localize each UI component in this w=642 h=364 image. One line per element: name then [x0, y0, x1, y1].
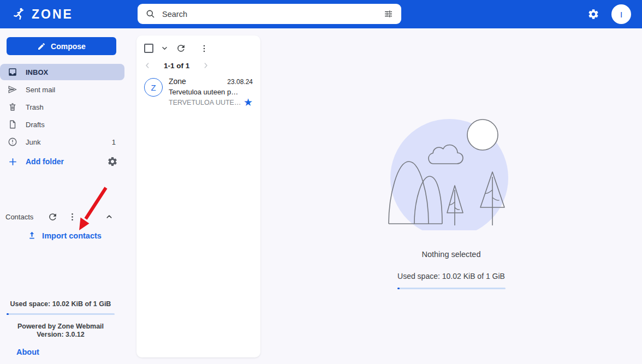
- select-all-checkbox[interactable]: [144, 44, 153, 53]
- document-icon: [8, 120, 17, 129]
- mail-list-panel: 1-1 of 1 Z Zone 23.08.24 Tervetuloa uute…: [136, 35, 260, 357]
- top-app-bar: ZONE Search I: [0, 0, 642, 28]
- contacts-header: Contacts: [0, 211, 129, 223]
- plus-icon[interactable]: [8, 157, 18, 167]
- storage-progress-bar: [397, 288, 506, 289]
- nothing-selected-label: Nothing selected: [421, 250, 480, 259]
- email-date: 23.08.24: [227, 78, 253, 86]
- folder-settings-gear-icon[interactable]: [107, 156, 118, 167]
- folder-list: INBOX Sent mail Trash: [0, 64, 129, 150]
- email-subject: Tervetuloa uuteen p…: [169, 88, 253, 96]
- folder-label: Sent mail: [26, 86, 55, 94]
- sidebar: Compose INBOX Sent mail: [0, 28, 129, 364]
- next-page-chevron-icon[interactable]: [201, 61, 210, 70]
- mail-list-toolbar: [136, 35, 260, 54]
- sender-avatar: Z: [144, 78, 163, 97]
- settings-gear-icon[interactable]: [587, 8, 599, 20]
- compose-button[interactable]: Compose: [7, 37, 116, 55]
- about-link[interactable]: About: [0, 348, 121, 356]
- tune-filter-icon[interactable]: [383, 9, 394, 19]
- email-preview: TERVETULOA UUTE…: [169, 99, 243, 106]
- email-sender: Zone: [169, 77, 227, 86]
- logo-wordmark: ZONE: [32, 7, 73, 22]
- chevron-down-icon[interactable]: [160, 44, 169, 53]
- used-space-label: Used space: 10.02 KiB of 1 GiB: [397, 272, 505, 281]
- storage-progress-fill: [7, 313, 9, 315]
- used-space-label: Used space: 10.02 KiB of 1 GiB: [0, 300, 121, 308]
- refresh-icon[interactable]: [47, 212, 58, 222]
- upload-icon: [27, 231, 37, 240]
- pagination: 1-1 of 1: [136, 54, 260, 70]
- import-contacts-label: Import contacts: [42, 231, 102, 240]
- folder-label: Drafts: [26, 121, 45, 129]
- add-folder-button[interactable]: Add folder: [26, 157, 64, 166]
- sidebar-footer: Used space: 10.02 KiB of 1 GiB Powered b…: [0, 300, 121, 356]
- prev-page-chevron-icon[interactable]: [143, 61, 152, 70]
- powered-by-label: Powered by Zone Webmail: [0, 323, 121, 331]
- user-avatar[interactable]: I: [611, 4, 631, 24]
- empty-state-illustration: [381, 109, 522, 230]
- sidebar-item-sent[interactable]: Sent mail: [0, 81, 129, 98]
- trash-icon: [8, 102, 17, 112]
- folder-label: Junk: [26, 138, 40, 146]
- folder-label: Trash: [26, 103, 44, 111]
- kebab-menu-icon[interactable]: [199, 44, 209, 53]
- pagination-label: 1-1 of 1: [164, 62, 189, 70]
- avatar-letter: I: [620, 10, 622, 19]
- contacts-title: Contacts: [5, 213, 33, 221]
- version-label: Version: 3.0.12: [0, 331, 121, 339]
- import-contacts-button[interactable]: Import contacts: [0, 231, 129, 240]
- storage-progress-fill: [397, 288, 400, 289]
- email-summary: Zone 23.08.24 Tervetuloa uuteen p… TERVE…: [169, 77, 253, 108]
- running-person-icon: [12, 7, 27, 22]
- sidebar-item-inbox[interactable]: INBOX: [0, 64, 124, 80]
- inbox-icon: [8, 67, 17, 77]
- sender-avatar-letter: Z: [151, 83, 156, 92]
- sidebar-item-drafts[interactable]: Drafts: [0, 116, 129, 133]
- folder-label: INBOX: [26, 68, 48, 76]
- add-folder-row: Add folder: [0, 152, 129, 171]
- star-icon[interactable]: ★: [243, 98, 253, 108]
- sidebar-item-junk[interactable]: Junk 1: [0, 134, 129, 150]
- reading-pane: Nothing selected Used space: 10.02 KiB o…: [260, 28, 642, 364]
- collapse-chevron-up-icon[interactable]: [104, 212, 114, 222]
- search-input[interactable]: Search: [138, 4, 401, 24]
- kebab-menu-icon[interactable]: [67, 212, 78, 222]
- sidebar-item-trash[interactable]: Trash: [0, 99, 129, 115]
- zone-logo: ZONE: [12, 7, 73, 22]
- alert-circle-icon: [8, 137, 17, 147]
- email-list-item[interactable]: Z Zone 23.08.24 Tervetuloa uuteen p… TER…: [136, 70, 260, 108]
- refresh-icon[interactable]: [176, 43, 186, 53]
- storage-progress-bar: [7, 313, 115, 315]
- pencil-icon: [37, 42, 46, 51]
- search-icon: [145, 9, 156, 19]
- folder-count: 1: [112, 138, 121, 146]
- search-placeholder: Search: [162, 10, 377, 19]
- header-actions: I: [587, 0, 631, 28]
- compose-label: Compose: [51, 42, 86, 51]
- send-icon: [8, 85, 17, 94]
